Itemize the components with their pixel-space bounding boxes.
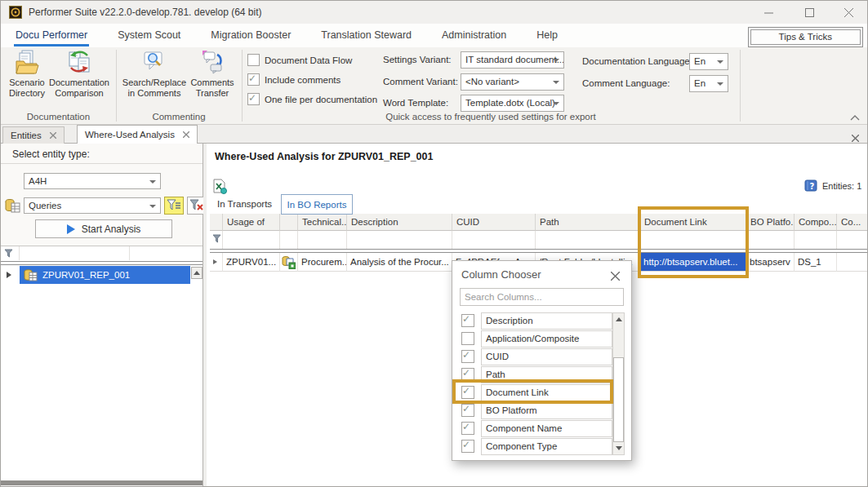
- tips-and-tricks-button[interactable]: Tips & Tricks: [748, 27, 863, 47]
- tree-item-selected[interactable]: ZPURV01_REP_001: [20, 266, 190, 284]
- documentation-comparison-icon: [67, 50, 91, 74]
- splitter-handle[interactable]: [1, 480, 203, 485]
- tab-docu-performer[interactable]: Docu Performer: [14, 24, 89, 47]
- word-template-select[interactable]: Template.dotx (Local): [461, 95, 564, 112]
- filter-cell[interactable]: [210, 231, 223, 249]
- dialog-close-button[interactable]: [611, 269, 620, 284]
- scroll-up-button[interactable]: [613, 313, 624, 325]
- scroll-up-button[interactable]: [191, 267, 203, 279]
- scroll-down-button[interactable]: [613, 442, 624, 454]
- list-scrollbar[interactable]: [612, 312, 625, 455]
- cell-bo-platform[interactable]: btsapserv: [746, 253, 795, 272]
- checkbox[interactable]: [461, 422, 474, 435]
- start-analysis-button[interactable]: Start Analysis: [35, 219, 172, 238]
- checkbox-one-file-per-documentation[interactable]: One file per documentation: [247, 93, 377, 105]
- column-chooser-item-application-composite[interactable]: Application/Composite: [460, 330, 607, 348]
- checkbox-include-comments[interactable]: Include comments: [247, 73, 341, 86]
- column-chooser-item-path[interactable]: Path: [460, 365, 607, 383]
- documentation-language-select[interactable]: En: [689, 53, 728, 70]
- filter-cell[interactable]: [837, 231, 868, 249]
- scrollbar-thumb[interactable]: [613, 357, 624, 442]
- column-header-cuid[interactable]: CUID: [452, 214, 536, 231]
- column-chooser-item-description[interactable]: Description: [460, 312, 607, 330]
- column-header-technical-name[interactable]: Technical...: [298, 214, 347, 231]
- tree-row[interactable]: ZPURV01_REP_001: [1, 265, 203, 284]
- checkbox[interactable]: [461, 440, 474, 453]
- checkbox[interactable]: [247, 93, 260, 105]
- row-indicator[interactable]: [210, 253, 223, 272]
- tab-where-used-analysis[interactable]: Where-Used Analysis: [77, 125, 198, 144]
- filter-cell[interactable]: [746, 231, 795, 249]
- checkbox[interactable]: [461, 386, 474, 399]
- checkbox-document-data-flow[interactable]: Document Data Flow: [247, 54, 352, 66]
- collapse-ribbon-button[interactable]: [850, 109, 860, 124]
- cell-document-link[interactable]: http://btsapserv.bluet...: [640, 253, 746, 272]
- tab-administration[interactable]: Administration: [440, 24, 508, 47]
- expand-icon[interactable]: [7, 272, 11, 278]
- cell-component-name[interactable]: DS_1: [795, 253, 837, 272]
- documentation-comparison-button[interactable]: Documentation Comparison: [45, 50, 114, 99]
- column-header-usage-of[interactable]: Usage of: [223, 214, 280, 231]
- tab-in-bo-reports[interactable]: In BO Reports: [281, 194, 353, 215]
- comments-transfer-button[interactable]: Comments Transfer: [187, 50, 238, 99]
- tab-migration-booster[interactable]: Migration Booster: [209, 24, 292, 47]
- filter-cell[interactable]: [347, 231, 452, 249]
- checkbox[interactable]: [461, 314, 474, 327]
- filter-cell[interactable]: [640, 231, 746, 249]
- checkbox[interactable]: [461, 404, 474, 417]
- system-select[interactable]: A4H: [24, 173, 161, 189]
- maximize-button[interactable]: [795, 4, 823, 20]
- export-to-excel-icon[interactable]: [213, 179, 227, 194]
- checkbox[interactable]: [247, 73, 260, 86]
- search-columns-input[interactable]: [460, 288, 624, 306]
- filter-cell[interactable]: [795, 231, 837, 249]
- filter-cell[interactable]: [298, 231, 347, 249]
- column-header-component-type[interactable]: Co...: [837, 214, 868, 231]
- tree-filter-row[interactable]: [1, 246, 203, 260]
- checkbox[interactable]: [461, 350, 474, 363]
- filter-cell[interactable]: [223, 231, 280, 249]
- tab-entities[interactable]: Entities: [2, 126, 65, 144]
- filter-cell[interactable]: [452, 231, 536, 249]
- tab-in-transports[interactable]: In Transports: [217, 199, 272, 209]
- column-header-icon[interactable]: [280, 214, 298, 231]
- checkbox[interactable]: [247, 54, 260, 66]
- cell-description[interactable]: Analysis of the Procur...: [347, 253, 452, 272]
- close-tab-icon[interactable]: [183, 131, 189, 138]
- close-tab-icon[interactable]: [50, 132, 56, 139]
- cell-component-type[interactable]: [837, 253, 868, 272]
- entity-type-select[interactable]: Queries: [24, 197, 161, 214]
- cell-icon[interactable]: [280, 253, 298, 272]
- column-header-document-link[interactable]: Document Link: [640, 214, 746, 231]
- column-chooser-item-bo-platform[interactable]: BO Platform: [460, 401, 607, 419]
- column-chooser-item-component-name[interactable]: Component Name: [460, 419, 607, 437]
- column-list: Description Application/Composite CUID P…: [460, 312, 625, 457]
- scenario-directory-button[interactable]: Scenario Directory: [4, 50, 50, 99]
- column-header-path[interactable]: Path: [536, 214, 640, 231]
- scenario-directory-icon: [15, 50, 39, 74]
- column-header-component-name[interactable]: Compo...: [795, 214, 837, 231]
- filter-cell[interactable]: [280, 231, 298, 249]
- filter-cell[interactable]: [536, 231, 640, 249]
- checkbox[interactable]: [461, 368, 474, 381]
- grid-filter-row[interactable]: [210, 231, 868, 249]
- filter-button[interactable]: [164, 197, 184, 215]
- comment-language-select[interactable]: En: [689, 75, 728, 92]
- column-header-bo-platform[interactable]: BO Platfo...: [746, 214, 795, 231]
- minimize-button[interactable]: [754, 4, 782, 20]
- column-chooser-item-cuid[interactable]: CUID: [460, 348, 607, 365]
- search-replace-comments-button[interactable]: Search/Replace in Comments: [120, 50, 189, 99]
- tab-system-scout[interactable]: System Scout: [116, 24, 182, 47]
- cell-usage-of[interactable]: ZPURV01...: [223, 253, 280, 272]
- column-chooser-item-document-link[interactable]: Document Link: [460, 383, 607, 401]
- checkbox[interactable]: [461, 332, 474, 345]
- column-header-description[interactable]: Description: [347, 214, 452, 231]
- close-button[interactable]: [835, 4, 862, 20]
- settings-variant-select[interactable]: IT standard document...: [461, 51, 564, 69]
- close-icon: [611, 272, 620, 281]
- comment-variant-select[interactable]: <No variant>: [461, 73, 564, 91]
- cell-technical-name[interactable]: Procurem...: [298, 253, 347, 272]
- tab-help[interactable]: Help: [535, 24, 559, 47]
- column-chooser-item-component-type[interactable]: Component Type: [460, 437, 607, 455]
- tab-translation-steward[interactable]: Translation Steward: [319, 24, 413, 47]
